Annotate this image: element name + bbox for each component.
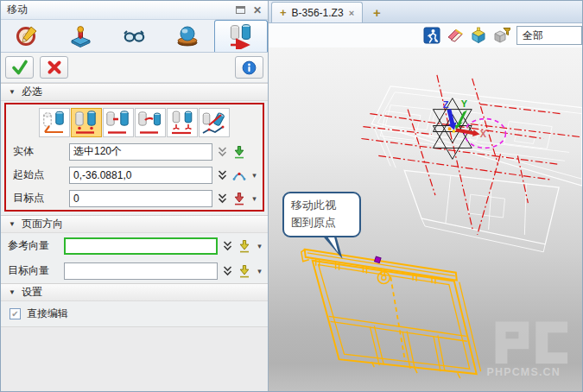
target-vector-field-row: 目标向量 ▾: [1, 258, 268, 283]
viewport-canvas[interactable]: Z Y X: [269, 47, 582, 391]
ok-button[interactable]: [5, 56, 34, 79]
phpcms-logo: [496, 321, 529, 364]
mode-move-align-frame[interactable]: [167, 108, 198, 137]
filter-icon[interactable]: [493, 27, 510, 44]
entity-field-row: 实体 ▾: [6, 140, 263, 163]
expand-chevron-icon[interactable]: [222, 265, 233, 276]
target-point-input[interactable]: [69, 190, 212, 207]
move-to-origin-tooltip: 移动此视 图到原点: [282, 192, 361, 237]
watermark: PHPCMS.CN: [487, 321, 567, 378]
field-label: 实体: [13, 144, 65, 159]
tab-close-icon[interactable]: ×: [349, 8, 354, 18]
mode-move-point-to-point[interactable]: [39, 108, 70, 137]
info-button[interactable]: [235, 56, 263, 79]
field-label: 目标向量: [8, 263, 60, 278]
start-point-input[interactable]: [69, 167, 212, 184]
section-label: 设置: [22, 285, 42, 300]
info-icon: [242, 60, 257, 75]
tooltip-line-1: 移动此视: [291, 197, 352, 214]
checkbox-label: 直接编辑: [27, 307, 68, 321]
curve-point-picker-icon[interactable]: [232, 168, 246, 182]
mode-move-dynamic[interactable]: [199, 108, 230, 137]
expand-chevron-icon[interactable]: [222, 240, 233, 251]
sphere-icon: [175, 24, 200, 47]
x-axis-arrow[interactable]: [455, 129, 479, 136]
expand-chevron-icon[interactable]: [217, 193, 228, 204]
tab-palette[interactable]: [1, 20, 54, 52]
reference-vector-field-row: 参考向量 ▾: [1, 233, 268, 258]
filter-value: 全部: [523, 28, 543, 43]
glasses-icon: [122, 24, 146, 47]
collapse-icon: ▼: [9, 288, 16, 296]
dialog-titlebar: 移动 ✕: [1, 1, 268, 20]
eraser-icon[interactable]: [447, 27, 464, 44]
mode-move-translate[interactable]: [103, 108, 134, 137]
expand-chevron-icon[interactable]: [217, 146, 228, 157]
view-toolbar: 全部: [269, 23, 582, 47]
start-point-field-row: 起始点 ▾: [6, 163, 263, 187]
panel-empty-area: [1, 327, 268, 392]
check-icon: [11, 60, 29, 75]
stamp-icon: [69, 24, 92, 47]
x-icon: [47, 60, 62, 75]
z-axis-label: Z: [443, 99, 449, 110]
document-tab[interactable]: + B-356-1.Z3 ×: [271, 2, 363, 22]
collapse-icon: ▼: [9, 220, 16, 228]
expand-chevron-icon[interactable]: [217, 169, 228, 180]
walkthrough-icon[interactable]: [423, 27, 440, 44]
section-label: 必选: [22, 85, 42, 99]
origin-marker: [375, 256, 382, 263]
collapse-icon: ▼: [9, 88, 16, 96]
field-label: 目标点: [13, 191, 65, 205]
direct-edit-checkbox[interactable]: ✔: [10, 308, 21, 319]
reference-vector-input[interactable]: [64, 237, 218, 255]
tab-plus-icon: +: [280, 6, 287, 19]
origin-handle[interactable]: [453, 130, 455, 133]
dialog-title: 移动: [7, 3, 28, 17]
close-icon[interactable]: ✕: [253, 5, 262, 16]
new-tab-button[interactable]: +: [373, 6, 381, 22]
workspace: + B-356-1.Z3 × +: [269, 1, 582, 391]
move-icon: [228, 23, 254, 49]
vector-picker-icon[interactable]: [238, 239, 251, 253]
watermark-caption: PHPCMS.CN: [487, 366, 561, 378]
field-label: 起始点: [13, 168, 65, 182]
document-tab-bar: + B-356-1.Z3 × +: [269, 1, 582, 23]
orange-highlight-model[interactable]: [301, 250, 481, 378]
display-filter-combobox[interactable]: 全部: [516, 26, 582, 45]
picker-caret-icon[interactable]: ▾: [256, 242, 263, 250]
dock-icon[interactable]: [236, 6, 245, 14]
direct-edit-row: ✔ 直接编辑: [1, 301, 268, 327]
entity-input[interactable]: [69, 143, 212, 161]
picker-caret-icon[interactable]: ▾: [250, 171, 258, 180]
tab-glasses[interactable]: [108, 20, 162, 52]
solid-box-icon[interactable]: [470, 27, 487, 44]
move-mode-strip: [6, 104, 263, 140]
tab-sphere[interactable]: [161, 20, 214, 52]
point-picker-icon[interactable]: [232, 192, 246, 205]
tooltip-line-2: 图到原点: [291, 214, 352, 231]
dialog-tab-strip: [1, 20, 268, 53]
document-tab-label: B-356-1.Z3: [292, 7, 344, 19]
tab-move[interactable]: [214, 20, 268, 52]
picker-caret-icon[interactable]: ▾: [250, 194, 258, 203]
mode-move-rotate[interactable]: [135, 108, 166, 137]
section-label: 页面方向: [22, 217, 63, 231]
section-header-page-direction[interactable]: ▼ 页面方向: [1, 215, 268, 233]
cancel-button[interactable]: [40, 56, 68, 79]
tab-stamp[interactable]: [54, 20, 108, 52]
dialog-actions: [1, 53, 268, 83]
move-dialog-panel: 移动 ✕: [1, 1, 269, 392]
target-vector-input[interactable]: [64, 262, 218, 280]
required-annotation-frame: 实体 ▾ 起始点 ▾: [4, 103, 264, 212]
vector-picker-icon[interactable]: [238, 264, 251, 278]
phpcms-logo: [535, 321, 567, 364]
origin-handle[interactable]: [448, 128, 451, 130]
mode-move-along-direction[interactable]: [71, 108, 102, 137]
picker-caret-icon[interactable]: ▾: [256, 267, 263, 275]
y-axis-label: Y: [461, 98, 468, 109]
zw3d-move-window: 移动 ✕: [0, 0, 583, 392]
section-header-settings[interactable]: ▼ 设置: [1, 283, 268, 301]
section-header-required[interactable]: ▼ 必选: [1, 83, 268, 101]
entity-select-icon[interactable]: [232, 145, 246, 159]
